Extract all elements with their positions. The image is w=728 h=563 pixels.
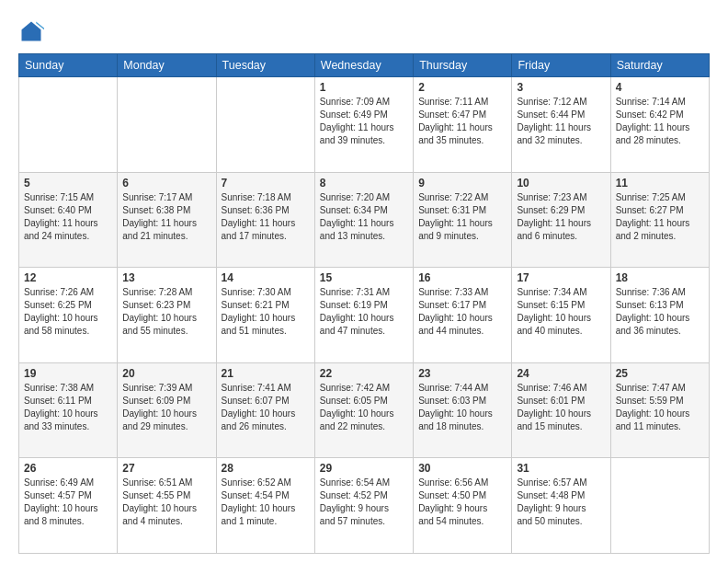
day-cell: 22Sunrise: 7:42 AM Sunset: 6:05 PM Dayli… [314,362,413,458]
weekday-header-monday: Monday [118,54,216,77]
week-row-3: 12Sunrise: 7:26 AM Sunset: 6:25 PM Dayli… [19,268,710,363]
day-number: 26 [24,462,112,475]
day-detail: Sunrise: 7:36 AM Sunset: 6:13 PM Dayligh… [616,286,704,338]
day-number: 14 [222,271,310,284]
header [18,15,710,44]
day-number: 11 [616,177,704,190]
day-cell [610,458,709,554]
day-detail: Sunrise: 6:57 AM Sunset: 4:48 PM Dayligh… [517,477,605,528]
weekday-header-saturday: Saturday [610,54,709,77]
day-number: 1 [320,81,408,94]
day-number: 30 [418,462,506,475]
day-detail: Sunrise: 7:18 AM Sunset: 6:36 PM Dayligh… [222,191,310,243]
day-cell: 13Sunrise: 7:28 AM Sunset: 6:23 PM Dayli… [118,268,216,363]
logo-icon [18,18,44,44]
day-detail: Sunrise: 7:30 AM Sunset: 6:21 PM Dayligh… [222,286,310,338]
day-detail: Sunrise: 7:17 AM Sunset: 6:38 PM Dayligh… [122,191,210,243]
weekday-header-tuesday: Tuesday [216,54,314,77]
day-number: 31 [517,462,605,475]
day-cell: 15Sunrise: 7:31 AM Sunset: 6:19 PM Dayli… [314,268,413,363]
day-cell: 11Sunrise: 7:25 AM Sunset: 6:27 PM Dayli… [610,172,709,268]
day-cell: 25Sunrise: 7:47 AM Sunset: 5:59 PM Dayli… [610,362,709,458]
day-number: 12 [24,271,112,284]
day-cell: 10Sunrise: 7:23 AM Sunset: 6:29 PM Dayli… [512,172,610,268]
day-detail: Sunrise: 6:56 AM Sunset: 4:50 PM Dayligh… [418,477,506,528]
day-cell: 21Sunrise: 7:41 AM Sunset: 6:07 PM Dayli… [216,362,314,458]
day-cell: 28Sunrise: 6:52 AM Sunset: 4:54 PM Dayli… [216,458,314,554]
day-detail: Sunrise: 7:23 AM Sunset: 6:29 PM Dayligh… [517,191,605,243]
day-number: 18 [616,271,704,284]
day-detail: Sunrise: 7:47 AM Sunset: 5:59 PM Dayligh… [616,382,704,433]
day-detail: Sunrise: 7:14 AM Sunset: 6:42 PM Dayligh… [616,96,704,147]
day-number: 21 [222,367,310,380]
day-cell: 29Sunrise: 6:54 AM Sunset: 4:52 PM Dayli… [314,458,413,554]
day-cell: 5Sunrise: 7:15 AM Sunset: 6:40 PM Daylig… [19,172,118,268]
week-row-4: 19Sunrise: 7:38 AM Sunset: 6:11 PM Dayli… [19,362,710,458]
day-cell: 2Sunrise: 7:11 AM Sunset: 6:47 PM Daylig… [414,77,512,173]
day-cell: 1Sunrise: 7:09 AM Sunset: 6:49 PM Daylig… [314,77,413,173]
day-detail: Sunrise: 7:39 AM Sunset: 6:09 PM Dayligh… [122,382,210,433]
day-number: 13 [122,271,210,284]
day-cell: 27Sunrise: 6:51 AM Sunset: 4:55 PM Dayli… [118,458,216,554]
day-cell: 9Sunrise: 7:22 AM Sunset: 6:31 PM Daylig… [414,172,512,268]
day-number: 4 [616,81,704,94]
week-row-2: 5Sunrise: 7:15 AM Sunset: 6:40 PM Daylig… [19,172,710,268]
day-cell: 7Sunrise: 7:18 AM Sunset: 6:36 PM Daylig… [216,172,314,268]
day-number: 2 [418,81,506,94]
day-detail: Sunrise: 7:44 AM Sunset: 6:03 PM Dayligh… [418,382,506,433]
day-detail: Sunrise: 6:52 AM Sunset: 4:54 PM Dayligh… [222,477,310,528]
day-cell: 18Sunrise: 7:36 AM Sunset: 6:13 PM Dayli… [610,268,709,363]
day-detail: Sunrise: 6:54 AM Sunset: 4:52 PM Dayligh… [320,477,408,528]
day-cell: 14Sunrise: 7:30 AM Sunset: 6:21 PM Dayli… [216,268,314,363]
day-detail: Sunrise: 7:20 AM Sunset: 6:34 PM Dayligh… [320,191,408,243]
day-detail: Sunrise: 7:38 AM Sunset: 6:11 PM Dayligh… [24,382,112,433]
day-number: 22 [320,367,408,380]
day-detail: Sunrise: 6:51 AM Sunset: 4:55 PM Dayligh… [122,477,210,528]
day-number: 23 [418,367,506,380]
day-number: 28 [222,462,310,475]
day-cell: 12Sunrise: 7:26 AM Sunset: 6:25 PM Dayli… [19,268,118,363]
day-number: 27 [122,462,210,475]
day-detail: Sunrise: 7:46 AM Sunset: 6:01 PM Dayligh… [517,382,605,433]
weekday-header-thursday: Thursday [414,54,512,77]
weekday-header-wednesday: Wednesday [314,54,413,77]
day-cell: 16Sunrise: 7:33 AM Sunset: 6:17 PM Dayli… [414,268,512,363]
day-detail: Sunrise: 7:26 AM Sunset: 6:25 PM Dayligh… [24,286,112,338]
week-row-1: 1Sunrise: 7:09 AM Sunset: 6:49 PM Daylig… [19,77,710,173]
day-cell: 6Sunrise: 7:17 AM Sunset: 6:38 PM Daylig… [118,172,216,268]
logo [18,18,48,44]
day-number: 29 [320,462,408,475]
day-detail: Sunrise: 7:15 AM Sunset: 6:40 PM Dayligh… [24,191,112,243]
day-number: 25 [616,367,704,380]
day-number: 10 [517,177,605,190]
day-cell [118,77,216,173]
day-cell: 4Sunrise: 7:14 AM Sunset: 6:42 PM Daylig… [610,77,709,173]
day-detail: Sunrise: 6:49 AM Sunset: 4:57 PM Dayligh… [24,477,112,528]
weekday-header-friday: Friday [512,54,610,77]
day-number: 19 [24,367,112,380]
day-detail: Sunrise: 7:42 AM Sunset: 6:05 PM Dayligh… [320,382,408,433]
day-cell: 19Sunrise: 7:38 AM Sunset: 6:11 PM Dayli… [19,362,118,458]
day-detail: Sunrise: 7:09 AM Sunset: 6:49 PM Dayligh… [320,96,408,147]
day-detail: Sunrise: 7:12 AM Sunset: 6:44 PM Dayligh… [517,96,605,147]
day-cell [19,77,118,173]
day-detail: Sunrise: 7:33 AM Sunset: 6:17 PM Dayligh… [418,286,506,338]
day-number: 8 [320,177,408,190]
day-number: 5 [24,177,112,190]
day-number: 20 [122,367,210,380]
day-detail: Sunrise: 7:31 AM Sunset: 6:19 PM Dayligh… [320,286,408,338]
day-cell: 8Sunrise: 7:20 AM Sunset: 6:34 PM Daylig… [314,172,413,268]
day-detail: Sunrise: 7:28 AM Sunset: 6:23 PM Dayligh… [122,286,210,338]
day-number: 3 [517,81,605,94]
day-number: 6 [122,177,210,190]
week-row-5: 26Sunrise: 6:49 AM Sunset: 4:57 PM Dayli… [19,458,710,554]
day-detail: Sunrise: 7:11 AM Sunset: 6:47 PM Dayligh… [418,96,506,147]
day-detail: Sunrise: 7:41 AM Sunset: 6:07 PM Dayligh… [222,382,310,433]
day-cell: 3Sunrise: 7:12 AM Sunset: 6:44 PM Daylig… [512,77,610,173]
day-cell: 17Sunrise: 7:34 AM Sunset: 6:15 PM Dayli… [512,268,610,363]
day-cell: 23Sunrise: 7:44 AM Sunset: 6:03 PM Dayli… [414,362,512,458]
weekday-header-sunday: Sunday [19,54,118,77]
day-number: 7 [222,177,310,190]
day-number: 15 [320,271,408,284]
day-cell: 20Sunrise: 7:39 AM Sunset: 6:09 PM Dayli… [118,362,216,458]
